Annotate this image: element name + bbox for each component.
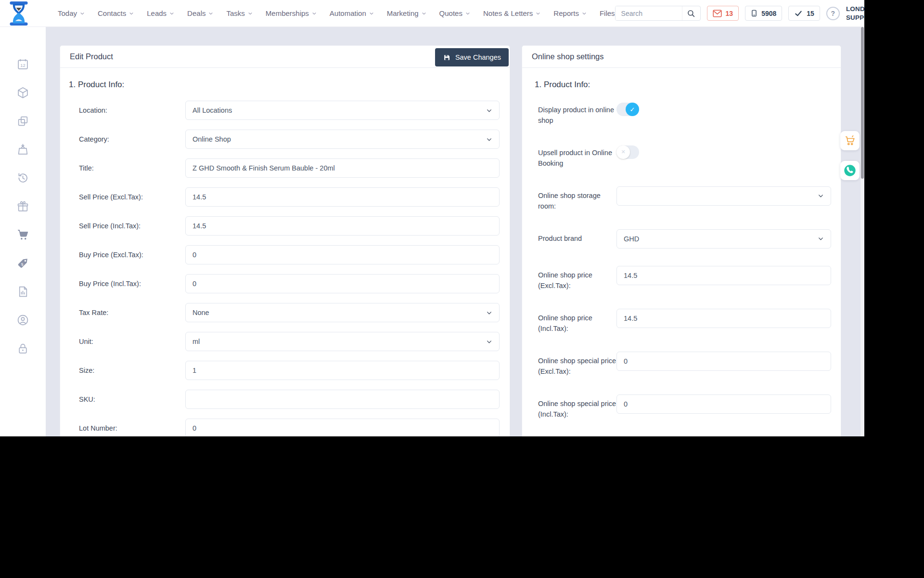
sidebar-item-reports[interactable] [17,285,29,298]
whatsapp-button[interactable] [840,161,860,180]
sidebar-item-account[interactable] [17,314,29,326]
user-name: LONDON SUPPORT [846,5,864,22]
online-shop-price-incl-tax-input[interactable] [616,309,831,328]
location-label: Location: [79,106,185,114]
nav-label: Today [58,9,77,17]
app-viewport: TodayContactsLeadsDealsTasksMembershipsA… [0,0,864,436]
product-brand-select-value: GHD [624,235,639,243]
sell-price-excl-tax-input[interactable] [185,187,500,207]
location-select-value: All Locations [192,106,232,114]
nav-contacts[interactable]: Contacts [98,9,134,17]
gift-icon [17,200,29,212]
checkmark-icon [794,10,803,17]
chevron-down-icon [208,11,213,16]
chevron-down-icon [486,107,492,114]
buy-price-excl-tax-row: Buy Price (Excl.Tax): [60,245,510,264]
unit-select[interactable]: ml [185,332,500,351]
nav-label: Leads [147,9,167,17]
lock-icon [17,342,29,355]
buy-price-incl-tax-row: Buy Price (Incl.Tax): [60,274,510,293]
vertical-scrollbar[interactable] [860,27,864,436]
nav-automation[interactable]: Automation [330,9,374,17]
phone-count: 5908 [761,10,776,17]
sidebar-item-pricing[interactable]: $ [17,257,29,269]
online-shop-cart-button[interactable] [840,131,860,150]
help-button[interactable]: ? [826,7,840,20]
nav-today[interactable]: Today [58,9,85,17]
chevron-down-icon [465,11,470,16]
nav-notes-letters[interactable]: Notes & Letters [483,9,540,17]
online-shop-price-excl-tax-input[interactable] [616,266,831,285]
main-content: Edit Product Save Changes 1. Product Inf… [46,27,864,436]
main-nav: TodayContactsLeadsDealsTasksMembershipsA… [58,9,615,17]
location-select[interactable]: All Locations [185,101,500,120]
nav-label: Deals [187,9,205,17]
lot-number-input[interactable] [185,419,500,436]
product-brand-select[interactable]: GHD [616,229,831,249]
sidebar-item-duplicates[interactable] [17,115,29,127]
sidebar-item-products[interactable] [17,86,29,99]
messages-count: 13 [726,10,733,17]
chevron-down-icon [536,11,540,16]
online-shop-special-price-excl-input[interactable] [616,352,831,371]
size-input[interactable] [185,361,500,380]
app-logo[interactable] [9,1,29,26]
products-cube-icon [17,87,29,99]
size-label: Size: [79,367,185,374]
sidebar-item-calendar[interactable]: 12 [17,58,29,70]
cart-icon [844,135,856,146]
nav-reports[interactable]: Reports [553,9,587,17]
chevron-down-icon [248,11,253,16]
nav-files[interactable]: Files [600,9,615,17]
floppy-save-icon [443,53,451,62]
sidebar-item-shopping-bag[interactable] [17,143,29,156]
sidebar-item-gift-cards[interactable] [17,200,29,212]
tax-rate-row: Tax Rate:None [60,303,510,322]
sku-input[interactable] [185,390,500,409]
search-input[interactable] [616,6,682,20]
nav-memberships[interactable]: Memberships [266,9,317,17]
nav-marketing[interactable]: Marketing [387,9,426,17]
nav-label: Memberships [266,9,309,17]
nav-label: Tasks [226,9,244,17]
save-changes-button[interactable]: Save Changes [435,48,509,66]
online-shop-fields: Display product in online shop✓Upsell pr… [522,101,841,436]
online-shop-price-excl-tax-label: Online shop price (Excl.Tax): [538,266,616,291]
display-product-online-shop-toggle[interactable]: ✓ [616,103,639,116]
product-title-input[interactable] [185,158,500,178]
category-select-value: Online Shop [192,135,231,143]
phone-badge[interactable]: 5908 [745,6,782,21]
tax-rate-select[interactable]: None [185,303,500,322]
upsell-product-online-booking-toggle[interactable]: ✕ [616,145,639,159]
mobile-phone-icon [751,9,757,18]
sidebar-item-history[interactable] [17,171,29,184]
sidebar-item-cart[interactable] [17,228,29,241]
online-shop-special-price-incl-input[interactable] [616,394,831,414]
buy-price-excl-tax-input[interactable] [185,245,500,264]
tasks-badge[interactable]: 15 [788,6,820,21]
product-brand-label: Product brand [538,229,616,244]
online-shop-section-title: 1. Product Info: [522,80,841,90]
nav-tasks[interactable]: Tasks [226,9,252,17]
sidebar-item-security[interactable] [17,342,29,355]
category-select[interactable]: Online Shop [185,130,500,149]
buy-price-incl-tax-input[interactable] [185,274,500,293]
nav-label: Notes & Letters [483,9,533,17]
page-title: Edit Product [70,52,113,61]
unit-row: Unit:ml [60,332,510,351]
edit-product-header: Edit Product Save Changes [60,46,510,68]
nav-label: Automation [330,9,366,17]
category-row: Category:Online Shop [60,130,510,149]
nav-quotes[interactable]: Quotes [439,9,470,17]
nav-deals[interactable]: Deals [187,9,213,17]
messages-badge[interactable]: 13 [707,6,739,21]
nav-leads[interactable]: Leads [147,9,174,17]
question-mark-icon: ? [831,10,835,17]
online-shop-special-price-excl-row: Online shop special price (Excl.Tax): [522,352,841,377]
scrollbar-thumb[interactable] [861,27,864,179]
online-shop-header: Online shop settings [522,46,841,68]
chevron-down-icon [169,11,174,16]
online-shop-storage-room-select[interactable] [616,186,831,206]
sell-price-incl-tax-input[interactable] [185,216,500,236]
search-button[interactable] [682,6,700,20]
